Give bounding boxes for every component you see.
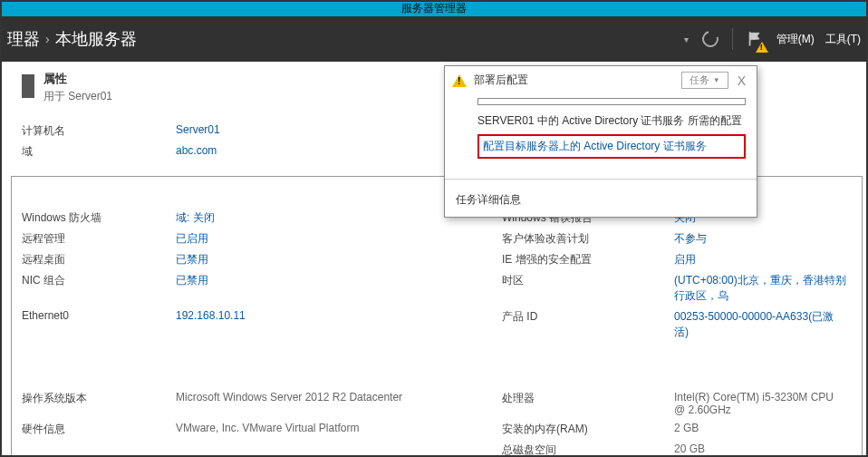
task-details-link[interactable]: 任务详细信息 <box>445 187 757 217</box>
popout-close-button[interactable]: X <box>734 73 749 88</box>
property-value[interactable]: 已启用 <box>176 228 502 249</box>
property-label: 客户体验改善计划 <box>502 228 674 249</box>
property-value: VMware, Inc. VMware Virtual Platform <box>176 419 502 440</box>
property-label: Windows 防火墙 <box>22 208 176 228</box>
property-value[interactable]: (UTC+08:00)北京，重庆，香港特别行政区，乌 <box>674 270 846 306</box>
breadcrumb-chevron-icon: › <box>45 32 50 46</box>
property-label: 硬件信息 <box>22 419 176 440</box>
property-label <box>22 440 176 457</box>
property-value <box>176 440 502 457</box>
highlighted-action: 配置目标服务器上的 Active Directory 证书服务 <box>477 134 746 159</box>
separator <box>732 28 733 50</box>
menu-manage[interactable]: 管理(M) <box>776 32 815 47</box>
property-label: 总磁盘空间 <box>502 440 674 457</box>
property-value[interactable]: 已禁用 <box>176 270 502 306</box>
property-label: NIC 组合 <box>22 270 176 306</box>
property-label: 处理器 <box>502 388 674 419</box>
progress-bar <box>477 98 746 105</box>
notification-popout: 部署后配置 任务▼ X SERVER01 中的 Active Directory… <box>444 65 757 218</box>
property-row: 远程桌面已禁用IE 增强的安全配置启用 <box>22 249 846 270</box>
property-value[interactable]: 192.168.10.11 <box>176 306 502 343</box>
property-value: 20 GB <box>674 440 846 457</box>
property-label: IE 增强的安全配置 <box>502 249 674 270</box>
properties-subtitle: 用于 Server01 <box>43 89 112 104</box>
menu-tools[interactable]: 工具(T) <box>825 32 861 47</box>
caret-down-icon: ▼ <box>713 76 720 84</box>
property-row: 硬件信息VMware, Inc. VMware Virtual Platform… <box>22 419 846 440</box>
breadcrumb-part2[interactable]: 本地服务器 <box>55 28 137 50</box>
popout-title: 部署后配置 <box>474 73 681 88</box>
property-label: 时区 <box>502 270 674 306</box>
property-row: NIC 组合已禁用时区(UTC+08:00)北京，重庆，香港特别行政区，乌 <box>22 270 846 306</box>
property-row: 总磁盘空间20 GB <box>22 440 846 457</box>
warning-icon <box>452 74 467 87</box>
property-value[interactable]: 启用 <box>674 249 846 270</box>
property-value: 2 GB <box>674 419 846 440</box>
refresh-button[interactable] <box>699 28 721 50</box>
tasks-dropdown-button[interactable]: 任务▼ <box>681 72 728 89</box>
property-value[interactable]: 00253-50000-00000-AA633(已激活) <box>674 306 846 343</box>
property-label: 计算机名 <box>22 121 176 141</box>
notifications-flag-button[interactable] <box>744 28 766 50</box>
property-label: Ethernet0 <box>22 306 176 343</box>
property-label: 远程管理 <box>22 228 176 249</box>
property-row: 远程管理已启用客户体验改善计划不参与 <box>22 228 846 249</box>
property-value: Microsoft Windows Server 2012 R2 Datacen… <box>176 388 502 419</box>
header-bar: 理器 › 本地服务器 ▾ 管理(M) 工具(T) <box>0 16 868 62</box>
breadcrumb-part1: 理器 <box>7 28 40 50</box>
warning-badge-icon <box>756 42 768 53</box>
popout-description: SERVER01 中的 Active Directory 证书服务 所需的配置 <box>477 112 746 129</box>
window-titlebar: 服务器管理器 <box>0 0 868 16</box>
property-row: 操作系统版本Microsoft Windows Server 2012 R2 D… <box>22 388 846 419</box>
property-value[interactable]: 不参与 <box>674 228 846 249</box>
server-icon <box>22 74 34 98</box>
property-value[interactable]: 已禁用 <box>176 249 502 270</box>
configure-adcs-link[interactable]: 配置目标服务器上的 Active Directory 证书服务 <box>483 140 707 152</box>
property-label: 产品 ID <box>502 306 674 343</box>
property-label: 操作系统版本 <box>22 388 176 419</box>
property-value: Intel(R) Core(TM) i5-3230M CPU @ 2.60GHz <box>674 388 846 419</box>
property-label: 安装的内存(RAM) <box>502 419 674 440</box>
separator <box>445 179 757 180</box>
property-label: 域 <box>22 141 176 162</box>
dropdown-caret-icon[interactable]: ▾ <box>684 34 689 44</box>
property-row: Ethernet0192.168.10.11产品 ID00253-50000-0… <box>22 306 846 343</box>
properties-title: 属性 <box>43 71 112 87</box>
property-label: 远程桌面 <box>22 249 176 270</box>
